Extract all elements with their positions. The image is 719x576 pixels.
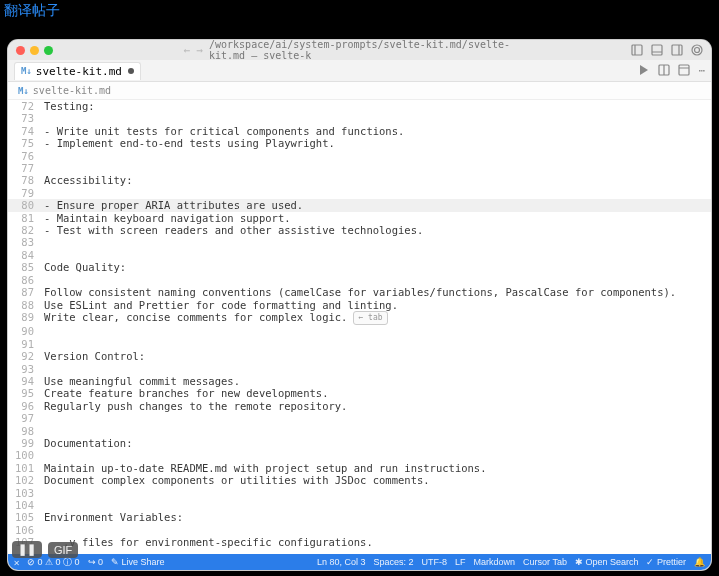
status-prettier[interactable]: ✓ Prettier <box>646 557 686 567</box>
panel-right-icon[interactable] <box>671 44 683 56</box>
code-text[interactable]: Documentation: <box>44 437 711 449</box>
code-text[interactable]: Code Quality: <box>44 261 711 273</box>
status-spaces[interactable]: Spaces: 2 <box>374 557 414 567</box>
code-text[interactable]: .v files for environment-specific config… <box>44 536 711 548</box>
code-text[interactable] <box>44 338 711 350</box>
code-text[interactable]: Create feature branches for new developm… <box>44 387 711 399</box>
code-line[interactable]: 72Testing: <box>8 100 711 112</box>
code-text[interactable]: - Maintain keyboard navigation support. <box>44 212 711 224</box>
code-text[interactable]: - Write unit tests for critical componen… <box>44 125 711 137</box>
status-remote[interactable]: ⨉ <box>14 557 19 568</box>
code-text[interactable] <box>44 524 711 536</box>
panel-left-icon[interactable] <box>631 44 643 56</box>
code-line[interactable]: 75- Implement end-to-end tests using Pla… <box>8 137 711 149</box>
code-line[interactable]: 95Create feature branches for new develo… <box>8 387 711 399</box>
code-line[interactable]: 103 <box>8 487 711 499</box>
code-line[interactable]: 93 <box>8 363 711 375</box>
status-opensearch[interactable]: ✱ Open Search <box>575 557 639 567</box>
preview-icon[interactable] <box>678 64 690 76</box>
code-text[interactable]: Version Control: <box>44 350 711 362</box>
code-line[interactable]: 105Environment Variables: <box>8 511 711 523</box>
code-text[interactable]: - Test with screen readers and other ass… <box>44 224 711 236</box>
code-text[interactable] <box>44 412 711 424</box>
code-text[interactable] <box>44 274 711 286</box>
code-line[interactable]: 81- Maintain keyboard navigation support… <box>8 212 711 224</box>
status-ports[interactable]: ↪ 0 <box>88 557 104 567</box>
code-text[interactable]: Use meaningful commit messages. <box>44 375 711 387</box>
code-text[interactable] <box>44 325 711 337</box>
breadcrumb-row[interactable]: M↓ svelte-kit.md <box>8 82 711 100</box>
code-line[interactable]: 80- Ensure proper ARIA attributes are us… <box>8 199 711 211</box>
code-line[interactable]: 102Document complex components or utilit… <box>8 474 711 486</box>
code-editor[interactable]: 72Testing:7374- Write unit tests for cri… <box>8 100 711 554</box>
code-line[interactable]: 94Use meaningful commit messages. <box>8 375 711 387</box>
code-text[interactable]: - Ensure proper ARIA attributes are used… <box>44 199 711 211</box>
more-actions-icon[interactable]: ⋯ <box>698 64 705 77</box>
code-line[interactable]: 99Documentation: <box>8 437 711 449</box>
code-text[interactable]: Use ESLint and Prettier for code formatt… <box>44 299 711 311</box>
code-text[interactable] <box>44 187 711 199</box>
split-editor-icon[interactable] <box>658 64 670 76</box>
traffic-lights[interactable] <box>16 46 53 55</box>
run-icon[interactable] <box>638 64 650 76</box>
code-text[interactable] <box>44 162 711 174</box>
code-line[interactable]: 74- Write unit tests for critical compon… <box>8 125 711 137</box>
status-language[interactable]: Markdown <box>474 557 516 567</box>
settings-gear-icon[interactable] <box>691 44 703 56</box>
code-line[interactable]: 89Write clear, concise comments for comp… <box>8 311 711 325</box>
code-line[interactable]: 104 <box>8 499 711 511</box>
code-line[interactable]: 77 <box>8 162 711 174</box>
code-text[interactable]: - Implement end-to-end tests using Playw… <box>44 137 711 149</box>
status-eol[interactable]: LF <box>455 557 466 567</box>
code-line[interactable]: 87Follow consistent naming conventions (… <box>8 286 711 298</box>
code-line[interactable]: 78Accessibility: <box>8 174 711 186</box>
code-text[interactable] <box>44 249 711 261</box>
code-line[interactable]: 83 <box>8 236 711 248</box>
code-text[interactable] <box>44 150 711 162</box>
close-window-button[interactable] <box>16 46 25 55</box>
code-line[interactable]: 85Code Quality: <box>8 261 711 273</box>
code-line[interactable]: 90 <box>8 325 711 337</box>
status-bell-icon[interactable]: 🔔 <box>694 557 705 567</box>
code-line[interactable]: 86 <box>8 274 711 286</box>
code-text[interactable]: Regularly push changes to the remote rep… <box>44 400 711 412</box>
code-text[interactable] <box>44 425 711 437</box>
file-tab[interactable]: M↓ svelte-kit.md <box>14 62 141 80</box>
code-line[interactable]: 106 <box>8 524 711 536</box>
code-text[interactable]: Accessibility: <box>44 174 711 186</box>
code-line[interactable]: 100 <box>8 449 711 461</box>
code-text[interactable]: Document complex components or utilities… <box>44 474 711 486</box>
code-line[interactable]: 91 <box>8 338 711 350</box>
status-cursortab[interactable]: Cursor Tab <box>523 557 567 567</box>
code-line[interactable]: 73 <box>8 112 711 124</box>
code-text[interactable] <box>44 499 711 511</box>
code-line[interactable]: 96Regularly push changes to the remote r… <box>8 400 711 412</box>
pause-button[interactable]: ❚❚ <box>12 541 42 558</box>
code-line[interactable]: 97 <box>8 412 711 424</box>
code-line[interactable]: 76 <box>8 150 711 162</box>
status-encoding[interactable]: UTF-8 <box>422 557 448 567</box>
code-line[interactable]: 88Use ESLint and Prettier for code forma… <box>8 299 711 311</box>
code-text[interactable] <box>44 112 711 124</box>
status-cursor[interactable]: Ln 80, Col 3 <box>317 557 366 567</box>
nav-back-icon[interactable]: ← <box>184 44 191 57</box>
code-line[interactable]: 101Maintain up-to-date README.md with pr… <box>8 462 711 474</box>
code-line[interactable]: 84 <box>8 249 711 261</box>
code-line[interactable]: 107 .v files for environment-specific co… <box>8 536 711 548</box>
code-text[interactable]: Testing: <box>44 100 711 112</box>
code-text[interactable] <box>44 236 711 248</box>
code-line[interactable]: 98 <box>8 425 711 437</box>
status-liveshare[interactable]: ✎ Live Share <box>111 557 165 567</box>
code-text[interactable] <box>44 449 711 461</box>
code-line[interactable]: 82- Test with screen readers and other a… <box>8 224 711 236</box>
code-line[interactable]: 79 <box>8 187 711 199</box>
code-text[interactable] <box>44 487 711 499</box>
code-text[interactable]: Environment Variables: <box>44 511 711 523</box>
code-text[interactable] <box>44 363 711 375</box>
code-text[interactable]: Write clear, concise comments for comple… <box>44 311 711 325</box>
panel-bottom-icon[interactable] <box>651 44 663 56</box>
code-text[interactable]: Maintain up-to-date README.md with proje… <box>44 462 711 474</box>
code-line[interactable]: 92Version Control: <box>8 350 711 362</box>
minimize-window-button[interactable] <box>30 46 39 55</box>
code-text[interactable]: Follow consistent naming conventions (ca… <box>44 286 711 298</box>
